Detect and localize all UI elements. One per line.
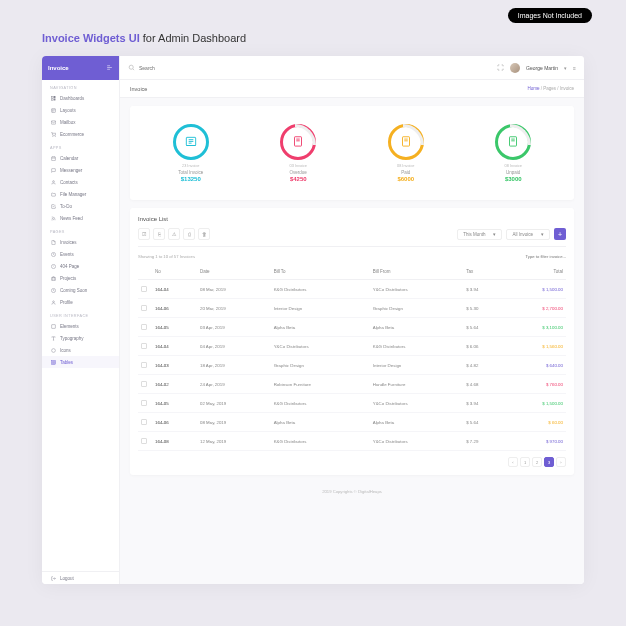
sidebar-toggle-icon[interactable] bbox=[106, 64, 113, 72]
row-checkbox[interactable] bbox=[141, 419, 147, 425]
row-checkbox[interactable] bbox=[141, 438, 147, 444]
dashboards-icon bbox=[50, 95, 56, 101]
select-button[interactable]: ⎘ bbox=[153, 228, 165, 240]
sidebar-item-file-manager[interactable]: File Manager bbox=[42, 188, 119, 200]
row-checkbox[interactable] bbox=[141, 324, 147, 330]
table-row[interactable]: 164-0620 Mar, 2019Interior DesignGraphic… bbox=[138, 299, 566, 318]
cell-total: $ 3,100.00 bbox=[505, 318, 566, 337]
sidebar-item-projects[interactable]: Projects bbox=[42, 272, 119, 284]
sidebar-item-label: Layouts bbox=[60, 108, 76, 113]
sidebar-item-label: Tables bbox=[60, 360, 73, 365]
table-row[interactable]: 164-0224 Apr, 2019Robinson FurnitureHand… bbox=[138, 375, 566, 394]
row-checkbox[interactable] bbox=[141, 286, 147, 292]
table-row[interactable]: 164-0812 May, 2019K&G DistributorsY&Co D… bbox=[138, 432, 566, 451]
app-window: Invoice NAVIGATIONDashboardsLayoutsMailb… bbox=[42, 56, 584, 584]
sidebar-item-typography[interactable]: Typography bbox=[42, 332, 119, 344]
sidebar-item-layouts[interactable]: Layouts bbox=[42, 104, 119, 116]
sidebar-item-profile[interactable]: Profile bbox=[42, 296, 119, 308]
widget-ring bbox=[173, 124, 209, 160]
page-2[interactable]: 2 bbox=[532, 457, 542, 467]
invoice-list-card: Invoice List ☑ ⎘ ⚠ ⎙ 🗑 This Month▾ All I… bbox=[130, 208, 574, 475]
sidebar-item-coming-soon[interactable]: Coming Soon bbox=[42, 284, 119, 296]
brand-name: Invoice bbox=[48, 65, 69, 71]
table-row[interactable]: 164-0503 Apr, 2019Alpha BetaAlpha Beta$ … bbox=[138, 318, 566, 337]
cell-tax: $ 4.68 bbox=[463, 375, 505, 394]
table-row[interactable]: 164-0502 May, 2019K&G DistributorsY&Co D… bbox=[138, 394, 566, 413]
widget-count: 08 Invoice bbox=[505, 164, 522, 168]
sidebar-item-logout[interactable]: Logout bbox=[42, 572, 119, 584]
sidebar-item-to-do[interactable]: To-Do bbox=[42, 200, 119, 212]
col-no[interactable]: No bbox=[152, 264, 197, 280]
file-manager-icon bbox=[50, 191, 56, 197]
sidebar-item-calendar[interactable]: Calendar bbox=[42, 152, 119, 164]
chevron-down-icon[interactable]: ▾ bbox=[564, 65, 567, 71]
crumb-home[interactable]: Home bbox=[527, 86, 539, 91]
table-row[interactable]: 164-0608 May, 2019Alpha BetaAlpha Beta$ … bbox=[138, 413, 566, 432]
maximize-icon[interactable] bbox=[497, 64, 504, 72]
brand-bar: Invoice bbox=[42, 56, 119, 80]
row-checkbox[interactable] bbox=[141, 381, 147, 387]
row-checkbox[interactable] bbox=[141, 400, 147, 406]
col-total[interactable]: Total bbox=[505, 264, 566, 280]
table-row[interactable]: 164-0408 Mar, 2019K&G DistributorsY&Co D… bbox=[138, 280, 566, 299]
sidebar-item-ecommerce[interactable]: Ecommerce bbox=[42, 128, 119, 140]
warn-button[interactable]: ⚠ bbox=[168, 228, 180, 240]
page-‹[interactable]: ‹ bbox=[508, 457, 518, 467]
page-3[interactable]: 3 bbox=[544, 457, 554, 467]
widget-count: 08 Invoice bbox=[397, 164, 414, 168]
sidebar-item-label: Dashboards bbox=[60, 96, 84, 101]
sidebar-item-news-feed[interactable]: News Feed bbox=[42, 212, 119, 224]
cell-date: 02 May, 2019 bbox=[197, 394, 271, 413]
cell-tax: $ 7.29 bbox=[463, 432, 505, 451]
sidebar-item-contacts[interactable]: Contacts bbox=[42, 176, 119, 188]
svg-rect-4 bbox=[51, 108, 55, 112]
cell-date: 08 Mar, 2019 bbox=[197, 280, 271, 299]
page-1[interactable]: 1 bbox=[520, 457, 530, 467]
sidebar-item-icons[interactable]: Icons bbox=[42, 344, 119, 356]
svg-rect-2 bbox=[53, 98, 54, 99]
print-button[interactable]: ⎙ bbox=[183, 228, 195, 240]
search-input[interactable] bbox=[139, 65, 259, 71]
sidebar-item-label: To-Do bbox=[60, 204, 72, 209]
table-row[interactable]: 164-0318 Apr, 2019Graphic DesignInterior… bbox=[138, 356, 566, 375]
col-date[interactable]: Date bbox=[197, 264, 271, 280]
sidebar-item-elements[interactable]: Elements bbox=[42, 320, 119, 332]
table-row[interactable]: 164-0404 Apr, 2019Y&Co DistributorsK&G D… bbox=[138, 337, 566, 356]
filter-input[interactable] bbox=[496, 254, 566, 259]
sidebar-item-label: Elements bbox=[60, 324, 79, 329]
page-›[interactable]: › bbox=[556, 457, 566, 467]
sidebar-item-label: Coming Soon bbox=[60, 288, 87, 293]
col-tax[interactable]: Tax bbox=[463, 264, 505, 280]
sidebar-item-messenger[interactable]: Messenger bbox=[42, 164, 119, 176]
sidebar-item-tables[interactable]: Tables bbox=[42, 356, 119, 368]
sidebar-item-label: Logout bbox=[60, 576, 74, 581]
mailbox-icon bbox=[50, 119, 56, 125]
add-invoice-button[interactable]: + bbox=[554, 228, 566, 240]
delete-button[interactable]: 🗑 bbox=[198, 228, 210, 240]
invoices-icon bbox=[50, 239, 56, 245]
row-checkbox[interactable] bbox=[141, 343, 147, 349]
more-icon[interactable]: ≡ bbox=[573, 65, 576, 71]
sidebar-item-events[interactable]: Events bbox=[42, 248, 119, 260]
row-checkbox[interactable] bbox=[141, 362, 147, 368]
col-bill-to[interactable]: Bill To bbox=[271, 264, 370, 280]
cell-date: 04 Apr, 2019 bbox=[197, 337, 271, 356]
widget-ring bbox=[495, 124, 531, 160]
sidebar-item-404-page[interactable]: 404 Page bbox=[42, 260, 119, 272]
col-bill-from[interactable]: Bill From bbox=[370, 264, 463, 280]
cell-billto: K&G Distributors bbox=[271, 432, 370, 451]
sidebar-item-mailbox[interactable]: Mailbox bbox=[42, 116, 119, 128]
sidebar-item-dashboards[interactable]: Dashboards bbox=[42, 92, 119, 104]
cell-total: $ 760.00 bbox=[505, 375, 566, 394]
status-select[interactable]: All Invoice▾ bbox=[506, 229, 550, 240]
crumb-mid[interactable]: Pages bbox=[543, 86, 556, 91]
avatar[interactable] bbox=[510, 63, 520, 73]
widget-ring bbox=[388, 124, 424, 160]
icons-icon bbox=[50, 347, 56, 353]
sidebar-item-invoices[interactable]: Invoices bbox=[42, 236, 119, 248]
checkbox-all-button[interactable]: ☑ bbox=[138, 228, 150, 240]
svg-rect-13 bbox=[51, 277, 55, 280]
period-select[interactable]: This Month▾ bbox=[457, 229, 502, 240]
breadcrumb-row: Invoice Home / Pages / Invoice bbox=[120, 80, 584, 98]
row-checkbox[interactable] bbox=[141, 305, 147, 311]
